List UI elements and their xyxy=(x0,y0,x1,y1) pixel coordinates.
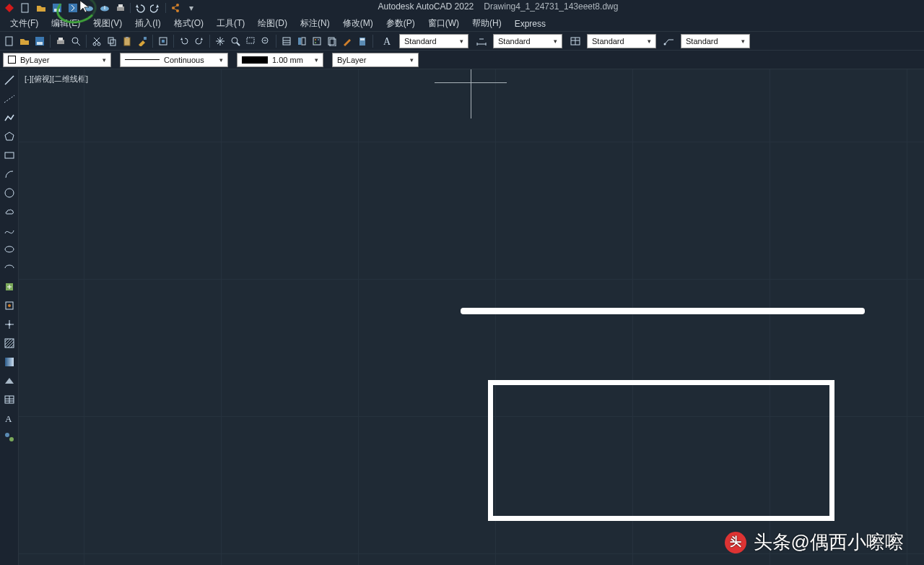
menu-bar: 文件(F) 编辑(E) 视图(V) 插入(I) 格式(O) 工具(T) 绘图(D… xyxy=(0,16,924,32)
watermark: 头 头条@偶西小嚓嚓 xyxy=(725,530,904,555)
crosshair-vertical xyxy=(471,69,471,118)
tb-redo2-icon[interactable] xyxy=(193,35,206,48)
mleaderstyle-dropdown[interactable]: Standard▾ xyxy=(681,34,750,48)
ellipse-tool-icon[interactable] xyxy=(1,241,17,257)
menu-edit[interactable]: 编辑(E) xyxy=(45,16,86,31)
layer-color-dropdown[interactable]: ByLayer ▾ xyxy=(3,53,111,67)
svg-rect-25 xyxy=(144,37,147,40)
svg-point-5 xyxy=(84,7,93,12)
menu-draw[interactable]: 绘图(D) xyxy=(252,16,293,31)
qat-expand-icon[interactable]: ▾ xyxy=(185,2,198,14)
tb-undo2-icon[interactable] xyxy=(178,35,191,48)
textstyle-dropdown[interactable]: Standard▾ xyxy=(399,34,468,48)
redo-icon[interactable] xyxy=(149,2,162,14)
tb-qcalc-icon[interactable] xyxy=(356,35,369,48)
quick-access-toolbar: ▾ Autodesk AutoCAD 2022 Drawing4_1_24731… xyxy=(0,0,924,16)
cloud-save-icon[interactable] xyxy=(98,2,111,14)
tb-zoomprev-icon[interactable] xyxy=(259,35,272,48)
arc-tool-icon[interactable] xyxy=(1,166,17,182)
dimstyle-dropdown[interactable]: Standard▾ xyxy=(493,34,562,48)
tb-pan-icon[interactable] xyxy=(214,35,227,48)
ellipsearc-tool-icon[interactable] xyxy=(1,260,17,276)
open-icon[interactable] xyxy=(35,2,48,14)
construction-line-tool-icon[interactable] xyxy=(1,91,17,107)
tb-zoomwin-icon[interactable] xyxy=(244,35,257,48)
tb-matchprop-icon[interactable] xyxy=(136,35,149,48)
tb-save-icon[interactable] xyxy=(33,35,46,48)
viewport-label[interactable]: [-][俯视][二维线框] xyxy=(25,74,88,85)
polyline-tool-icon[interactable] xyxy=(1,110,17,126)
tb-blockeditor-icon[interactable] xyxy=(157,35,170,48)
svg-rect-23 xyxy=(124,38,130,46)
svg-rect-37 xyxy=(313,38,321,45)
tb-markup-icon[interactable] xyxy=(341,35,354,48)
linetype-dropdown[interactable]: Continuous ▾ xyxy=(120,53,228,67)
tb-cut-icon[interactable] xyxy=(90,35,103,48)
addselected-tool-icon[interactable] xyxy=(1,429,17,445)
svg-point-69 xyxy=(5,433,9,437)
menu-insert[interactable]: 插入(I) xyxy=(129,16,166,31)
menu-help[interactable]: 帮助(H) xyxy=(466,16,507,31)
share-icon[interactable] xyxy=(169,2,182,14)
tb-toolpalette-icon[interactable] xyxy=(310,35,323,48)
plotstyle-dropdown[interactable]: ByLayer ▾ xyxy=(332,53,419,67)
menu-tools[interactable]: 工具(T) xyxy=(211,16,250,31)
dimstyle-icon xyxy=(475,35,488,48)
svg-rect-4 xyxy=(69,4,77,12)
revcloud-tool-icon[interactable] xyxy=(1,204,17,220)
tb-preview-icon[interactable] xyxy=(69,35,82,48)
tb-zoom-icon[interactable] xyxy=(229,35,242,48)
tb-properties-icon[interactable] xyxy=(280,35,293,48)
region-tool-icon[interactable] xyxy=(1,373,17,389)
svg-point-40 xyxy=(315,42,316,43)
drawing-canvas[interactable]: [-][俯视][二维线框] 头 头条@偶西小嚓嚓 xyxy=(19,69,924,565)
tb-designcenter-icon[interactable] xyxy=(295,35,308,48)
line-tool-icon[interactable] xyxy=(1,72,17,88)
svg-point-17 xyxy=(72,38,78,43)
tb-copy-icon[interactable] xyxy=(105,35,118,48)
make-block-tool-icon[interactable] xyxy=(1,298,17,314)
menu-format[interactable]: 格式(O) xyxy=(168,16,209,31)
menu-modify[interactable]: 修改(M) xyxy=(337,16,379,31)
lineweight-dropdown[interactable]: 1.00 mm ▾ xyxy=(237,53,323,67)
new-icon[interactable] xyxy=(19,2,32,14)
drawn-rectangle[interactable] xyxy=(488,380,834,521)
svg-point-54 xyxy=(5,189,14,197)
hatch-tool-icon[interactable] xyxy=(1,335,17,351)
tablestyle-dropdown[interactable]: Standard▾ xyxy=(587,34,656,48)
menu-parametric[interactable]: 参数(P) xyxy=(380,16,421,31)
cloud-open-icon[interactable] xyxy=(82,2,95,14)
menu-express[interactable]: Express xyxy=(509,17,552,30)
drawn-thick-line[interactable] xyxy=(461,308,865,314)
color-swatch-icon xyxy=(8,56,16,64)
mtext-tool-icon[interactable]: A xyxy=(1,410,17,426)
tb-print-icon[interactable] xyxy=(54,35,67,48)
menu-view[interactable]: 视图(V) xyxy=(87,16,128,31)
menu-file[interactable]: 文件(F) xyxy=(4,16,44,31)
tb-open-icon[interactable] xyxy=(18,35,31,48)
tb-paste-icon[interactable] xyxy=(121,35,134,48)
menu-window[interactable]: 窗口(W) xyxy=(422,16,465,31)
plot-icon[interactable] xyxy=(114,2,127,14)
table-tool-icon[interactable] xyxy=(1,392,17,407)
point-tool-icon[interactable] xyxy=(1,316,17,332)
svg-rect-63 xyxy=(5,358,14,366)
spline-tool-icon[interactable] xyxy=(1,223,17,238)
rectangle-tool-icon[interactable] xyxy=(1,147,17,163)
gradient-tool-icon[interactable] xyxy=(1,354,17,370)
menu-dimension[interactable]: 标注(N) xyxy=(295,16,336,31)
linetype-value: Continuous xyxy=(164,56,204,64)
app-menu-icon[interactable] xyxy=(3,2,16,14)
svg-rect-1 xyxy=(22,4,28,12)
title-bar: Autodesk AutoCAD 2022 Drawing4_1_24731_1… xyxy=(378,1,618,12)
polygon-tool-icon[interactable] xyxy=(1,129,17,145)
svg-point-58 xyxy=(8,304,11,307)
saveas-icon[interactable] xyxy=(66,2,79,14)
tb-sheetset-icon[interactable] xyxy=(326,35,339,48)
save-icon[interactable] xyxy=(51,2,64,14)
undo-icon[interactable] xyxy=(134,2,147,14)
tb-new-icon[interactable] xyxy=(3,35,16,48)
circle-tool-icon[interactable] xyxy=(1,185,17,201)
svg-line-50 xyxy=(5,76,14,85)
insert-block-tool-icon[interactable] xyxy=(1,279,17,295)
